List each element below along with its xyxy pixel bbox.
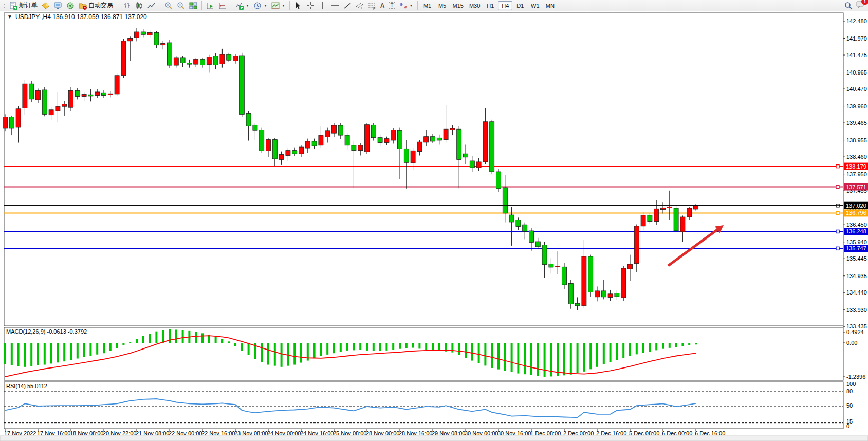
timeframe-button-m30[interactable]: M30: [467, 1, 483, 10]
line-handle[interactable]: [836, 165, 839, 168]
macd-histogram-bar: [201, 333, 204, 343]
quotes-button[interactable]: [40, 1, 51, 11]
equidistant-channel-tool-button[interactable]: E: [354, 1, 365, 11]
time-axis-label: 17 Nov 2022: [4, 430, 36, 436]
signal-button[interactable]: [65, 1, 76, 11]
text-tool-button[interactable]: A: [379, 1, 386, 11]
zoom-in-button[interactable]: [163, 1, 174, 11]
macd-histogram-bar: [57, 343, 59, 362]
macd-histogram-bar: [320, 343, 322, 356]
periods-button[interactable]: ▼: [252, 1, 269, 11]
macd-histogram-bar: [175, 329, 177, 343]
macd-histogram-bar: [281, 343, 283, 367]
candle: [168, 40, 172, 68]
timeframe-button-m5[interactable]: M5: [435, 1, 450, 10]
macd-histogram-bar: [379, 343, 381, 351]
macd-histogram-bar: [70, 343, 72, 360]
time-axis-label: 24 Nov 16:00: [300, 430, 334, 436]
notifications-button[interactable]: 1: [856, 1, 865, 11]
trendline-tool-button[interactable]: [342, 1, 353, 11]
chart-shift-icon: [218, 2, 227, 10]
timeframe-button-d1[interactable]: D1: [513, 1, 527, 10]
candle-chart-mode-button[interactable]: [134, 1, 145, 11]
candle: [496, 169, 501, 192]
candle: [588, 255, 593, 297]
macd-histogram-bar: [570, 343, 572, 375]
arrows-tool-button[interactable]: ▼: [398, 1, 415, 11]
macd-axis-label: -1.2396: [846, 374, 865, 380]
text-label-tool-button[interactable]: T: [387, 1, 396, 11]
candle: [29, 81, 34, 102]
time-axis-label: 22 Nov 00:00: [169, 430, 202, 436]
macd-histogram-bar: [478, 343, 480, 363]
horizontal-line-icon: [331, 2, 339, 10]
macd-histogram-bar: [346, 343, 348, 351]
toolbar-grip[interactable]: [117, 2, 119, 10]
zoom-in-icon: [164, 2, 173, 10]
rsi-axis-label: 80: [846, 388, 853, 394]
toolbar-grip[interactable]: [3, 2, 6, 10]
vertical-line-tool-button[interactable]: [317, 1, 328, 11]
auto-scroll-button[interactable]: [205, 1, 216, 11]
editor-button[interactable]: [52, 1, 64, 11]
line-handle[interactable]: [836, 186, 839, 189]
line-handle[interactable]: [836, 247, 839, 250]
timeframe-button-mn[interactable]: MN: [543, 1, 557, 10]
price-chart[interactable]: 142.480141.970141.475140.965140.470139.9…: [0, 11, 868, 441]
time-axis-label: 29 Nov 08:00: [432, 430, 465, 436]
line-handle[interactable]: [836, 211, 839, 214]
time-axis-label: 6 Dec 16:00: [695, 430, 725, 436]
bar-chart-mode-button[interactable]: [121, 1, 133, 11]
timeframe-button-m15[interactable]: M15: [450, 1, 466, 10]
macd-histogram-bar: [340, 343, 342, 352]
window-bottom-strip: [0, 436, 868, 441]
toolbar-separator: [231, 1, 231, 10]
timeframe-button-m1[interactable]: M1: [420, 1, 435, 10]
macd-histogram-bar: [537, 343, 539, 376]
macd-histogram-bar: [228, 341, 230, 343]
price-axis-label: 134.440: [846, 289, 867, 296]
indicators-button[interactable]: ▼: [234, 1, 251, 11]
notification-badge: 1: [861, 0, 868, 5]
chart-shift-button[interactable]: [217, 1, 228, 11]
toolbar-separator: [417, 1, 418, 10]
time-axis-label: 21 Nov 08:00: [136, 430, 169, 436]
horizontal-line-tool-button[interactable]: [329, 1, 341, 11]
price-axis-label: 141.475: [846, 52, 867, 58]
macd-histogram-bar: [563, 343, 565, 375]
auto-trading-button[interactable]: 自动交易: [77, 1, 115, 11]
macd-axis-label: 0.00: [846, 340, 857, 346]
tile-windows-button[interactable]: [188, 1, 199, 11]
auto-trading-icon: [79, 2, 87, 10]
macd-label: MACD(12,26,9) -0.0613 -0.3792: [6, 328, 87, 335]
templates-button[interactable]: ▼: [270, 1, 287, 11]
indicators-icon: [235, 2, 244, 10]
macd-histogram-bar: [274, 343, 276, 366]
zoom-out-button[interactable]: [175, 1, 187, 11]
line-handle[interactable]: [836, 230, 839, 233]
time-axis-label: 18 Nov 08:00: [70, 430, 103, 436]
macd-histogram-bar: [287, 343, 289, 366]
line-chart-mode-button[interactable]: [146, 1, 157, 11]
fibonacci-tool-button[interactable]: F: [366, 1, 378, 11]
macd-histogram-bar: [77, 343, 79, 359]
chart-window[interactable]: 142.480141.970141.475140.965140.470139.9…: [0, 11, 868, 441]
macd-histogram-bar: [89, 343, 91, 356]
price-axis-label: 139.465: [846, 120, 867, 126]
timeframe-button-h4[interactable]: H4: [498, 1, 512, 10]
cursor-tool-button[interactable]: [292, 1, 304, 11]
macd-histogram-bar: [267, 343, 269, 365]
new-order-button[interactable]: 新订单: [8, 1, 39, 11]
macd-histogram-bar: [557, 343, 559, 376]
chart-title: USDJPY-,H4 136.910 137.059 136.871 137.0…: [15, 13, 147, 21]
macd-histogram-bar: [234, 343, 236, 346]
window-menu-icon[interactable]: ▼: [7, 14, 12, 20]
timeframe-button-w1[interactable]: W1: [528, 1, 542, 10]
search-icon[interactable]: [844, 2, 853, 10]
timeframe-button-h1[interactable]: H1: [483, 1, 497, 10]
macd-histogram-bar: [622, 343, 624, 358]
macd-histogram-bar: [149, 334, 151, 343]
crosshair-tool-button[interactable]: [305, 1, 316, 11]
macd-histogram-bar: [491, 343, 493, 368]
price-axis-label: 140.965: [846, 69, 867, 76]
